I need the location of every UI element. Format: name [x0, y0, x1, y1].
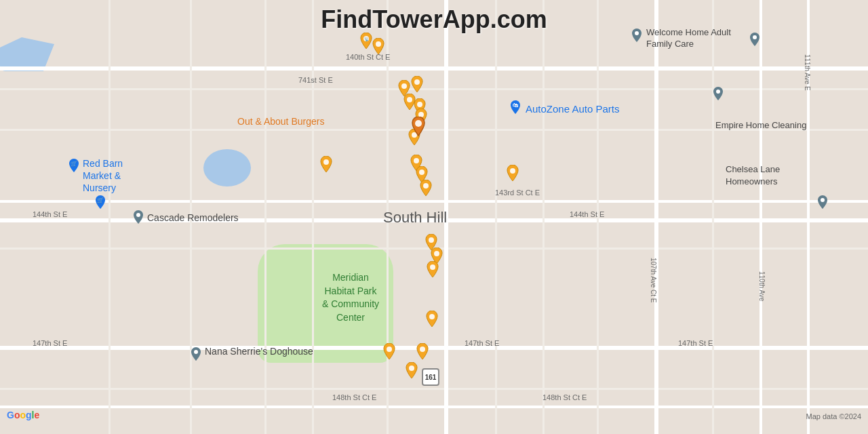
cascade-label: Cascade Remodelers: [147, 212, 239, 223]
red-barn-label: Red Barn Market & Nursery: [83, 157, 151, 195]
street-110th-ave: 110th Ave: [758, 271, 766, 301]
blue-cart-pin: 🛒: [94, 195, 107, 214]
road-148th-ct: [0, 388, 868, 390]
yellow-pin-2[interactable]: [370, 38, 387, 57]
street-147th-center: 147th St E: [465, 339, 499, 347]
svg-point-21: [510, 168, 515, 174]
empire-label: Empire Home Cleaning: [715, 120, 806, 130]
place-red-barn: 🛒 Red Barn Market & Nursery: [68, 157, 151, 195]
svg-point-11: [401, 83, 407, 89]
yellow-pin-4[interactable]: [409, 76, 425, 95]
svg-point-4: [194, 350, 198, 354]
street-144th-right: 144th St E: [570, 210, 604, 218]
svg-point-18: [323, 159, 329, 165]
street-147th-right: 147th St E: [678, 339, 713, 347]
road-107th: [654, 0, 658, 434]
svg-text:🛒: 🛒: [97, 197, 104, 203]
svg-point-5: [753, 35, 757, 39]
road-143rd: [0, 200, 868, 203]
street-143rd: 143rd St Ct E: [495, 189, 540, 197]
svg-point-25: [430, 264, 435, 270]
road-140th: [0, 66, 868, 71]
yellow-pin-12[interactable]: [505, 165, 521, 184]
street-107th-ave: 107th Ave Ct E: [650, 258, 657, 303]
nana-pin-icon: [190, 347, 202, 362]
svg-point-12: [414, 79, 420, 85]
gray-pin-1: [748, 33, 762, 52]
svg-point-28: [420, 347, 425, 352]
svg-point-26: [429, 314, 435, 319]
place-nana: Nana Sherrie's Doghouse: [190, 346, 313, 362]
street-741st-st-e: 741st St E: [298, 76, 333, 84]
svg-point-20: [419, 170, 425, 175]
route-161-badge: 161: [422, 368, 439, 386]
yellow-pin-19[interactable]: [414, 343, 431, 362]
out-about-label: Out & About Burgers: [237, 116, 324, 127]
autozone-pin-icon: 🛍: [509, 100, 522, 117]
place-cascade: Cascade Remodelers: [132, 210, 239, 225]
svg-point-10: [376, 41, 381, 47]
red-barn-pin-icon: 🛒: [68, 159, 80, 174]
svg-point-24: [434, 251, 439, 256]
welcome-home-pin-icon: [631, 28, 643, 43]
yellow-pin-9[interactable]: [318, 156, 334, 175]
street-148th-ct-right: 148th St Ct E: [542, 393, 587, 401]
water-feature-center: [203, 149, 251, 186]
road-110th: [760, 0, 762, 434]
road-vertical-4: [264, 0, 267, 434]
svg-text:🛒: 🛒: [71, 160, 77, 167]
street-147th-left: 147th St E: [33, 339, 67, 347]
yellow-pin-17[interactable]: [424, 311, 440, 330]
nana-label: Nana Sherrie's Doghouse: [205, 346, 313, 357]
road-vertical-3: [312, 0, 314, 434]
road-141st: [0, 88, 868, 90]
svg-text:📡: 📡: [364, 37, 370, 42]
svg-point-6: [716, 90, 720, 94]
svg-point-7: [821, 198, 825, 202]
yellow-pin-18[interactable]: [381, 343, 397, 362]
svg-point-3: [136, 213, 140, 217]
google-logo: Google: [7, 410, 39, 420]
orange-pin-selected[interactable]: [410, 117, 427, 141]
south-hill-label: South Hill: [383, 209, 447, 226]
cascade-pin-icon: [132, 210, 144, 225]
road-147th: [0, 346, 868, 350]
road-148th: [0, 406, 868, 408]
yellow-pin-16[interactable]: [425, 261, 441, 280]
place-autozone[interactable]: 🛍 AutoZone Auto Parts: [509, 100, 619, 117]
map-attribution: Map data ©2024: [806, 412, 862, 420]
road-vertical-6: [108, 0, 111, 434]
road-vertical-9: [495, 0, 497, 434]
place-chelsea: Chelsea LaneHomeowners: [726, 163, 780, 187]
svg-point-29: [409, 366, 414, 371]
svg-point-19: [414, 158, 419, 163]
place-meridian: MeridianHabitat Park& CommunityCenter: [322, 271, 379, 324]
place-out-about: Out & About Burgers: [237, 115, 324, 127]
road-vertical-10: [712, 0, 714, 434]
svg-point-22: [423, 183, 429, 189]
place-empire: Empire Home Cleaning: [715, 119, 806, 131]
chelsea-label: Chelsea LaneHomeowners: [726, 164, 780, 186]
map-container[interactable]: FindTowerApp.com 140th St Ct E 741st St …: [0, 0, 868, 434]
street-148th-ct-left: 148th St Ct E: [332, 393, 376, 401]
svg-point-16: [415, 120, 422, 127]
meridian-label: MeridianHabitat Park& CommunityCenter: [322, 272, 379, 323]
welcome-home-label: Welcome Home Adult Family Care: [646, 27, 734, 50]
site-title: FindTowerApp.com: [321, 5, 547, 34]
street-144th-left: 144th St E: [33, 210, 67, 218]
svg-point-14: [417, 102, 422, 107]
street-111th-ave: 111th Ave E: [804, 54, 811, 91]
place-welcome-home: Welcome Home Adult Family Care: [631, 27, 734, 50]
yellow-pin-13[interactable]: [418, 180, 434, 199]
svg-point-27: [387, 347, 392, 352]
svg-text:🛍: 🛍: [513, 102, 518, 108]
road-vertical-7: [542, 0, 545, 434]
yellow-pin-20[interactable]: [403, 362, 420, 381]
gray-pin-2: [711, 87, 725, 106]
svg-point-0: [635, 31, 639, 35]
gray-pin-3: [816, 195, 829, 214]
svg-point-23: [429, 237, 434, 243]
autozone-label: AutoZone Auto Parts: [526, 103, 619, 115]
